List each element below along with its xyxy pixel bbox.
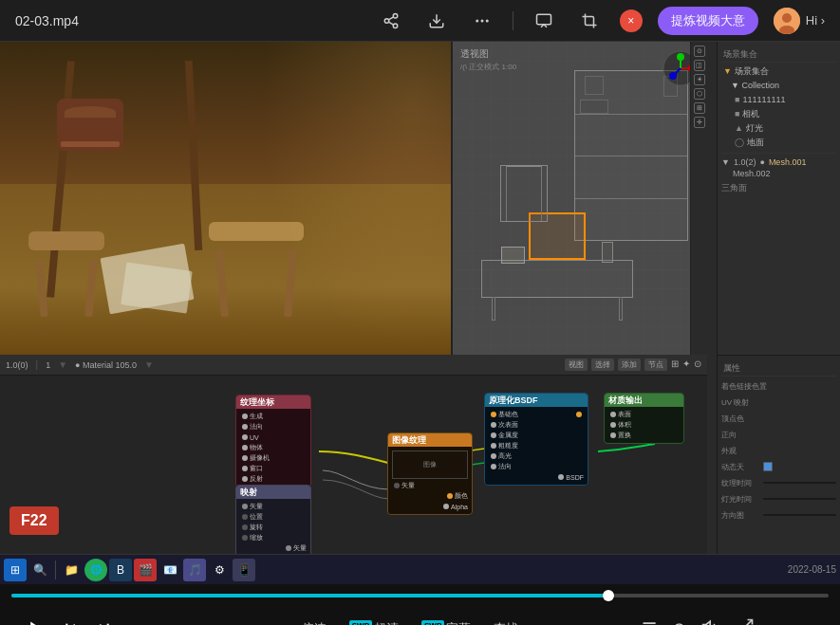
crop-button[interactable] xyxy=(574,6,605,36)
node-node-button[interactable]: 节点 xyxy=(644,358,667,371)
taskbar-start[interactable]: ⊞ xyxy=(4,559,27,581)
video-bottom-bar: 00:44:11 倍速 SWP超清 SWP字幕 查找 ☰ ⊙ xyxy=(0,603,840,625)
light-icon[interactable]: ☀ xyxy=(694,74,705,85)
taskbar-search[interactable]: 🔍 xyxy=(28,559,51,581)
scene-item-1[interactable]: ▼ 场景集合 xyxy=(721,64,836,78)
target-icon[interactable]: ⊙ xyxy=(672,618,686,625)
wire-icon[interactable]: ⬡ xyxy=(694,88,705,100)
dirmap-value[interactable] xyxy=(763,514,836,516)
node-connections xyxy=(0,376,707,554)
shelf-3d xyxy=(574,70,688,241)
progress-fill xyxy=(11,594,608,597)
3d-viewport: 透视图 /(\ 正交模式 1:00 xyxy=(453,42,707,355)
svg-point-6 xyxy=(476,19,478,22)
screen-button[interactable] xyxy=(529,6,559,36)
stool-left xyxy=(28,231,104,317)
swp-badge-2: SWP xyxy=(421,620,444,625)
obj-item-4[interactable]: ◯地面 xyxy=(733,136,836,149)
obj-item-1[interactable]: ■111111111 xyxy=(733,93,836,106)
stool-right xyxy=(209,222,304,317)
viewport-toolbar: ⊙ ◫ ☀ ⬡ ⊞ ✛ xyxy=(690,42,707,355)
node-view-button[interactable]: 视图 xyxy=(565,358,588,371)
scene-title: 场景集合 xyxy=(721,46,836,63)
snap-icon[interactable]: ⊞ xyxy=(694,102,705,114)
hi-label: Hi › xyxy=(806,13,825,28)
prop-label-uv: UV 映射 xyxy=(721,397,759,408)
svg-point-20 xyxy=(669,72,677,80)
svg-line-4 xyxy=(388,16,393,19)
node-add-button[interactable]: 添加 xyxy=(618,358,641,371)
svg-point-11 xyxy=(782,13,792,23)
svg-marker-26 xyxy=(703,621,711,625)
subtitle-button[interactable]: SWP字幕 xyxy=(421,620,471,625)
user-avatar-area[interactable]: Hi › xyxy=(774,8,825,34)
bag xyxy=(57,99,123,151)
prop-label-vertex: 顶点色 xyxy=(721,414,759,424)
node-toolbar-item-3: ● Material 105.0 xyxy=(75,360,137,370)
tris-label: 三角面 xyxy=(721,182,836,194)
left-viewport xyxy=(0,42,451,355)
right-panel: 场景集合 ▼ 场景集合 ▼ Collection ■111111111 ■相机 … xyxy=(717,42,840,554)
taskbar-browser[interactable]: 🌐 xyxy=(84,559,107,581)
progress-bar[interactable] xyxy=(11,594,829,597)
progress-container[interactable] xyxy=(0,588,840,603)
share-button[interactable] xyxy=(376,6,406,36)
node-1[interactable]: 纹理坐标 生成 法向 UV 物体 摄像机 窗口 反射 xyxy=(235,395,311,487)
obj-item-2[interactable]: ■相机 xyxy=(733,107,836,120)
cursor-icon[interactable]: ✛ xyxy=(694,117,705,128)
taskbar-app-6[interactable]: 📱 xyxy=(233,559,255,581)
extract-button[interactable]: 提炼视频大意 xyxy=(658,7,758,35)
svg-point-19 xyxy=(677,53,684,61)
volume-icon[interactable] xyxy=(701,617,720,625)
taskbar-sep-1 xyxy=(55,561,56,579)
node-icon-2[interactable]: ✦ xyxy=(682,358,690,371)
prop-label-lighttime: 灯光时间 xyxy=(721,494,759,505)
video-title: 02-03.mp4 xyxy=(15,13,79,28)
taskbar-app-5[interactable]: ⚙ xyxy=(208,559,231,581)
taskbar-right: 2022-08-15 xyxy=(788,564,836,575)
node-3[interactable]: 图像纹理 图像 矢量 颜色 Alpha xyxy=(387,432,473,515)
next-button[interactable] xyxy=(87,612,121,625)
dynamic-checkbox[interactable] xyxy=(763,462,773,471)
ortho-icon[interactable]: ◫ xyxy=(694,60,705,71)
fullscreen-icon[interactable] xyxy=(736,617,755,625)
menu-icon[interactable]: ☰ xyxy=(642,618,657,625)
view-icon[interactable]: ⊙ xyxy=(694,46,705,57)
right-panel-top: 场景集合 ▼ 场景集合 ▼ Collection ■111111111 ■相机 … xyxy=(718,42,840,355)
mesh-sub: Mesh.002 xyxy=(721,169,836,178)
taskbar-app-3[interactable]: 📧 xyxy=(159,559,181,581)
scene-item-2[interactable]: ▼ Collection xyxy=(721,79,836,92)
props-title: 属性 xyxy=(721,359,836,377)
node-icon-1[interactable]: ⊞ xyxy=(671,358,679,371)
svg-line-27 xyxy=(747,619,753,625)
properties-panel: ▼ 1.0(2) ● Mesh.001 Mesh.002 三角面 xyxy=(721,153,836,194)
taskbar-folder[interactable]: 📁 xyxy=(60,559,83,581)
more-button[interactable] xyxy=(467,6,497,36)
obj-item-3[interactable]: ▲灯光 xyxy=(733,121,836,135)
node-cluster-4[interactable]: 原理化BSDF 基础色 次表面 金属度 粗糙度 高光 法向 BSDF xyxy=(484,393,588,486)
taskbar-app-4[interactable]: 🎵 xyxy=(183,559,206,581)
bottom-center-controls: 倍速 SWP超清 SWP字幕 查找 xyxy=(178,620,642,625)
close-button[interactable]: × xyxy=(620,9,643,32)
prop-uv: UV 映射 xyxy=(721,395,836,410)
speed-button[interactable]: 倍速 xyxy=(302,620,327,625)
node-select-button[interactable]: 选择 xyxy=(591,358,614,371)
node-icon-3[interactable]: ⊙ xyxy=(694,358,701,371)
taskbar-app-2[interactable]: 🎬 xyxy=(134,559,157,581)
right-viewport: 透视图 /(\ 正交模式 1:00 xyxy=(451,42,707,355)
prev-button[interactable] xyxy=(53,612,87,625)
prop-label-normal: 正向 xyxy=(721,430,759,440)
top-bar: 02-03.mp4 × 提炼视频大意 xyxy=(0,0,840,42)
svg-point-0 xyxy=(393,13,398,18)
textime-value[interactable] xyxy=(763,482,836,484)
node-5[interactable]: 材质输出 表面 体积 置换 xyxy=(604,393,684,444)
lighttime-value[interactable] xyxy=(763,498,836,500)
quality-button[interactable]: SWP超清 xyxy=(349,620,399,625)
node-2[interactable]: 映射 矢量 位置 旋转 缩放 矢量 xyxy=(235,485,311,554)
find-button[interactable]: 查找 xyxy=(494,620,518,625)
taskbar-app-1[interactable]: B xyxy=(109,559,132,581)
progress-thumb[interactable] xyxy=(603,590,614,601)
play-button[interactable] xyxy=(19,612,53,625)
node-editor: 1.0(0) | 1 ▼ ● Material 105.0 ▼ 视图 选择 添加… xyxy=(0,355,707,554)
download-button[interactable] xyxy=(421,6,452,36)
